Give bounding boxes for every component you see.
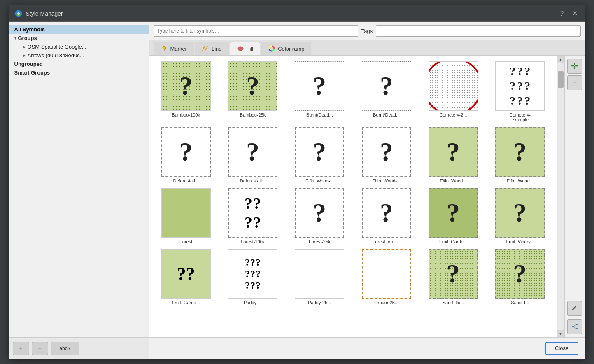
add-group-button[interactable]: +: [13, 342, 29, 355]
tab-color-ramp[interactable]: Color ramp: [261, 42, 311, 55]
symbol-label-paddy-25: Paddy-25...: [308, 300, 331, 305]
right-panel: Tags Marker: [149, 22, 585, 359]
symbol-elfin-wood-2[interactable]: ? Elfin_Wood-...: [353, 125, 419, 186]
symbol-burnt-dead-1[interactable]: ? Burnt/Dead...: [286, 59, 353, 125]
scroll-up-button[interactable]: ▲: [557, 56, 564, 63]
symbol-label-deforestati-2: Deforestati...: [240, 178, 266, 183]
scroll-thumb[interactable]: [558, 71, 564, 88]
window-title: Style Manager: [26, 10, 558, 17]
symbol-thumb-fruit-garde-2: ? ?: [161, 249, 211, 299]
edit-symbol-button[interactable]: [567, 301, 582, 316]
sidebar-item-groups[interactable]: ▾ Groups: [9, 34, 149, 42]
title-bar: Style Manager ? ✕: [9, 5, 585, 22]
symbol-thumb-deforestati-2: ?: [228, 127, 277, 177]
color-ramp-label: Color ramp: [278, 46, 304, 52]
symbol-label-burnt-dead-1: Burnt/Dead...: [306, 112, 333, 117]
sidebar-item-ungrouped[interactable]: Ungrouped: [9, 60, 149, 68]
sidebar-item-arrows[interactable]: ▶ Arrows (d091848ed0c...: [18, 51, 149, 60]
symbols-area: ? Bamboo-100k ? Bamboo-25k ?: [149, 56, 585, 337]
svg-point-6: [576, 324, 578, 325]
color-ramp-icon: [268, 45, 275, 52]
close-button[interactable]: Close: [545, 342, 578, 355]
symbol-forest-25k[interactable]: ? Forest-25k: [286, 186, 353, 247]
symbol-forest[interactable]: Forest: [153, 186, 219, 247]
symbol-label-bamboo-25k: Bamboo-25k: [240, 112, 266, 117]
symbol-elfin-wood-1[interactable]: ? Elfin_Wood-...: [286, 125, 353, 186]
symbol-thumb-burnt-dead-1: ?: [295, 61, 344, 111]
share-button[interactable]: [567, 319, 582, 334]
symbol-deforestati-2[interactable]: ? Deforestati...: [219, 125, 286, 186]
symbol-thumb-sand-flo-1: ?: [429, 249, 478, 299]
all-symbols-label: All Symbols: [14, 26, 45, 33]
symbol-label-ornam-25: Ornam-25...: [374, 300, 398, 305]
symbol-thumb-bamboo-100k: ?: [161, 61, 211, 111]
symbol-thumb-burnt-dead-2: ?: [362, 61, 411, 111]
sidebar-item-all-symbols[interactable]: All Symbols: [9, 25, 149, 34]
ungrouped-label: Ungrouped: [14, 61, 43, 67]
symbol-burnt-dead-2[interactable]: ? Burnt/Dead...: [353, 59, 419, 125]
symbol-label-fruit-garde-2: Fruit_Garde...: [172, 300, 200, 305]
symbol-fruit-garde-2[interactable]: ? ? Fruit_Garde...: [153, 247, 219, 308]
sidebar-tree: All Symbols ▾ Groups ▶ OSM Spatialite Go…: [9, 22, 149, 337]
sidebar-footer: + − abc ▾: [9, 337, 149, 359]
symbols-grid: ? Bamboo-100k ? Bamboo-25k ?: [149, 56, 557, 337]
help-button[interactable]: ?: [558, 9, 566, 18]
tab-line[interactable]: Line: [195, 42, 229, 55]
main-content: All Symbols ▾ Groups ▶ OSM Spatialite Go…: [9, 22, 585, 359]
symbol-forest-on-t[interactable]: ? Forest_on_t...: [353, 186, 419, 247]
remove-symbol-button[interactable]: −: [567, 75, 582, 90]
symbol-deforestati-1[interactable]: ? Deforestati...: [153, 125, 219, 186]
tab-fill[interactable]: Fill: [230, 42, 261, 55]
symbol-paddy[interactable]: ? ? ? ? ? ? ? ? ? Paddy-...: [219, 247, 286, 308]
remove-group-button[interactable]: −: [32, 342, 48, 355]
symbol-thumb-elfin-wood-3: ?: [429, 127, 478, 177]
osm-label: OSM Spatialite Google...: [28, 44, 86, 50]
symbol-label-elfin-wood-3: Elfin_Wood...: [440, 178, 466, 183]
symbol-thumb-forest-100k: ? ? ? ?: [228, 188, 277, 238]
symbol-thumb-elfin-wood-4: ?: [495, 127, 545, 177]
scroll-down-button[interactable]: ▼: [557, 330, 564, 337]
osm-arrow: ▶: [23, 44, 26, 49]
svg-point-7: [576, 328, 578, 329]
symbol-label-elfin-wood-1: Elfin_Wood-...: [305, 178, 334, 183]
symbol-label-forest-100k: Forest-100k: [241, 239, 265, 244]
symbol-cemetery-2[interactable]: Cemetery-2...: [420, 59, 487, 125]
symbol-elfin-wood-4[interactable]: ? Elfin_Wood...: [487, 125, 553, 186]
sidebar-item-osm[interactable]: ▶ OSM Spatialite Google...: [18, 42, 149, 51]
tab-marker[interactable]: Marker: [154, 42, 194, 55]
svg-point-1: [17, 12, 20, 15]
arrows-label: Arrows (d091848ed0c...: [28, 52, 84, 58]
symbol-bamboo-25k[interactable]: ? Bamboo-25k: [219, 59, 286, 125]
symbol-fruit-vinery[interactable]: ? Fruit_Vinery...: [487, 186, 553, 247]
symbol-thumb-cemetery-2: [429, 61, 478, 111]
symbol-label-paddy: Paddy-...: [244, 300, 262, 305]
symbol-elfin-wood-3[interactable]: ? Elfin_Wood...: [420, 125, 487, 186]
symbol-thumb-paddy: ? ? ? ? ? ? ? ? ?: [228, 249, 277, 299]
close-window-button[interactable]: ✕: [570, 9, 580, 18]
filter-input[interactable]: [154, 25, 358, 37]
symbol-thumb-fruit-vinery: ?: [495, 188, 545, 238]
symbol-cemetery-example[interactable]: ??? ??? ??? Cemetery-example: [487, 59, 553, 125]
symbol-thumb-paddy-25: [295, 249, 344, 299]
symbol-sand-f-2[interactable]: ? Sand_f...: [487, 247, 553, 308]
symbol-forest-100k[interactable]: ? ? ? ? Forest-100k: [219, 186, 286, 247]
symbol-label-cemetery-example: Cemetery-example: [510, 112, 531, 122]
symbol-thumb-cemetery-example: ??? ??? ???: [495, 61, 545, 111]
symbol-bamboo-100k[interactable]: ? Bamboo-100k: [153, 59, 219, 125]
tags-input[interactable]: [376, 25, 580, 37]
symbol-paddy-25[interactable]: Paddy-25...: [286, 247, 353, 308]
arrows-arrow: ▶: [23, 53, 26, 58]
symbol-sand-flo-1[interactable]: ? Sand_flo...: [420, 247, 487, 308]
marker-label: Marker: [170, 46, 187, 52]
rename-group-button[interactable]: abc ▾: [51, 342, 79, 355]
add-symbol-button[interactable]: ✛: [567, 59, 582, 74]
symbol-label-deforestati-1: Deforestati...: [173, 178, 198, 183]
symbol-thumb-bamboo-25k: ?: [228, 61, 277, 111]
sidebar-item-smart-groups[interactable]: Smart Groups: [9, 68, 149, 77]
symbol-thumb-forest: [161, 188, 211, 238]
symbol-fruit-garde-1[interactable]: ? Fruit_Garde...: [420, 186, 487, 247]
groups-arrow: ▾: [14, 36, 16, 40]
symbol-ornam-25[interactable]: Ornam-25...: [353, 247, 419, 308]
symbol-thumb-forest-25k: ?: [295, 188, 344, 238]
tags-label: Tags: [361, 28, 373, 34]
